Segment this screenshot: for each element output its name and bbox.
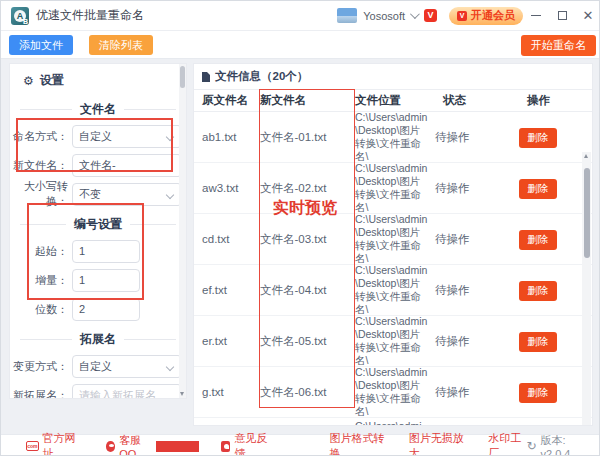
table-scroll-up-icon[interactable] bbox=[584, 154, 588, 158]
increment-label: 增量： bbox=[10, 273, 68, 288]
clear-list-button[interactable]: 清除列表 bbox=[89, 35, 153, 55]
status-text: 待操作 bbox=[435, 385, 519, 400]
delete-button[interactable]: 删除 bbox=[519, 230, 557, 250]
table-scrollbar[interactable] bbox=[582, 152, 591, 426]
new-name: 文件名-03.txt bbox=[260, 232, 355, 247]
new-name: 文件名-06.txt bbox=[260, 385, 355, 400]
original-name: cd.txt bbox=[202, 233, 260, 245]
maximize-icon bbox=[558, 11, 567, 20]
change-mode-label: 变更方式： bbox=[10, 359, 68, 374]
file-location: C:\Users\admin\Desktop\图片转换\文件重命名\ bbox=[355, 111, 435, 163]
numbering-section-title: 编号设置 bbox=[20, 216, 176, 233]
col-status: 状态 bbox=[443, 93, 527, 108]
tool-image-format-convert[interactable]: 图片格式转换 bbox=[330, 431, 387, 456]
digits-label: 位数： bbox=[10, 302, 68, 317]
start-number-label: 起始： bbox=[10, 244, 68, 259]
start-number-input[interactable] bbox=[79, 245, 133, 257]
new-filename-input[interactable] bbox=[79, 159, 175, 171]
delete-button[interactable]: 删除 bbox=[519, 332, 557, 352]
chevron-down-icon bbox=[166, 132, 174, 140]
col-new-name: 新文件名 bbox=[260, 93, 355, 108]
table-header-row: 原文件名 新文件名 文件位置 状态 操作 bbox=[194, 90, 592, 112]
file-location: C:\Users\admin\Desktop\图片转换\文件重命名\ bbox=[355, 366, 435, 418]
digits-input[interactable] bbox=[79, 303, 133, 315]
app-logo-icon: A B bbox=[11, 7, 29, 25]
new-filename-label: 新文件名： bbox=[10, 158, 68, 173]
feedback-link[interactable]: 意见反馈 bbox=[221, 431, 274, 456]
minimize-button[interactable] bbox=[523, 5, 549, 27]
settings-sidebar: ⚙ 设置 文件名 命名方式： 自定义 新文件名： 大小写转换： 不变 编号设置 bbox=[9, 63, 187, 399]
service-qq-link[interactable]: 客服QQ bbox=[106, 433, 199, 456]
official-site-label: 官方网址 bbox=[43, 431, 82, 456]
delete-button[interactable]: 删除 bbox=[519, 281, 557, 301]
table-scrollbar-thumb[interactable] bbox=[584, 168, 590, 258]
qq-icon bbox=[106, 441, 116, 452]
refresh-icon[interactable]: ↻ bbox=[526, 439, 536, 453]
naming-mode-label: 命名方式： bbox=[10, 129, 68, 144]
file-location: C:\Users\admin\Desktop\图片转换\文件重命名\ bbox=[355, 264, 435, 316]
app-window: A B 优速文件批量重命名 Yososoft V V 开通会员 ✕ 添加文件 清… bbox=[0, 0, 600, 456]
file-info-panel: 文件信息（20个） 原文件名 新文件名 文件位置 状态 操作 ab1.txt 文… bbox=[193, 63, 593, 426]
delete-button[interactable]: 删除 bbox=[519, 128, 557, 148]
toolbar: 添加文件 清除列表 开始重命名 bbox=[1, 31, 600, 59]
delete-button[interactable]: 删除 bbox=[519, 179, 557, 199]
sidebar-scrollbar[interactable] bbox=[179, 64, 186, 398]
maximize-button[interactable] bbox=[549, 5, 575, 27]
vip-badge-icon: V bbox=[424, 9, 437, 22]
delete-button[interactable]: 删除 bbox=[519, 383, 557, 403]
new-name: 文件名-05.txt bbox=[260, 334, 355, 349]
col-action: 操作 bbox=[527, 93, 582, 108]
chevron-down-icon bbox=[166, 362, 174, 370]
chevron-down-icon bbox=[166, 190, 174, 198]
status-text: 待操作 bbox=[435, 130, 519, 145]
naming-mode-select[interactable]: 自定义 bbox=[72, 125, 182, 148]
status-text: 待操作 bbox=[435, 283, 519, 298]
qq-number-redacted bbox=[156, 441, 199, 452]
status-text: 待操作 bbox=[435, 232, 519, 247]
col-original-name: 原文件名 bbox=[202, 93, 260, 108]
close-icon: ✕ bbox=[583, 9, 594, 22]
original-name: ef.txt bbox=[202, 284, 260, 296]
sidebar-scroll-down-icon[interactable] bbox=[180, 392, 184, 396]
tool-watermark-factory[interactable]: 水印工厂 bbox=[488, 431, 526, 456]
new-name: 文件名-04.txt bbox=[260, 283, 355, 298]
file-info-icon bbox=[202, 72, 210, 82]
account-name[interactable]: Yososoft bbox=[363, 10, 405, 22]
file-location: C:\Users\admin\Desktop\图片转换\文件重命名\ bbox=[355, 162, 435, 214]
version-text: 版本: v2.0.4 bbox=[541, 433, 592, 456]
official-site-link[interactable]: com 官方网址 bbox=[26, 431, 82, 456]
close-button[interactable]: ✕ bbox=[575, 5, 600, 27]
tool-image-lossless-enlarge[interactable]: 图片无损放大 bbox=[409, 431, 466, 456]
increment-input[interactable] bbox=[79, 274, 133, 286]
new-extension-label: 新拓展名： bbox=[10, 388, 68, 400]
vip-mini-icon: V bbox=[457, 11, 467, 21]
website-icon: com bbox=[26, 441, 39, 451]
change-mode-select[interactable]: 自定义 bbox=[72, 355, 182, 378]
table-row: g.txt 文件名-06.txt C:\Users\admin\Desktop\… bbox=[194, 367, 592, 418]
feedback-icon bbox=[221, 441, 231, 452]
service-qq-label: 客服QQ bbox=[119, 433, 154, 456]
case-convert-select[interactable]: 不变 bbox=[72, 183, 182, 206]
file-location: C:\Users\admin\Desktop\图片转换\文件重命名\ bbox=[355, 213, 435, 265]
start-rename-button[interactable]: 开始重命名 bbox=[521, 35, 596, 56]
file-location: C:\Users\admin\Desktop\图片转换\文件重命名\ bbox=[355, 315, 435, 367]
new-name: 文件名-02.txt bbox=[260, 181, 355, 196]
new-extension-input[interactable] bbox=[79, 389, 175, 399]
user-avatar[interactable] bbox=[337, 8, 357, 23]
sidebar-scrollbar-thumb[interactable] bbox=[180, 66, 185, 88]
table-row: ef.txt 文件名-04.txt C:\Users\admin\Desktop… bbox=[194, 265, 592, 316]
case-convert-label: 大小写转换： bbox=[10, 179, 68, 209]
add-files-button[interactable]: 添加文件 bbox=[9, 35, 73, 55]
open-vip-button[interactable]: V 开通会员 bbox=[449, 7, 523, 25]
app-logo-sub: B bbox=[23, 18, 28, 25]
table-row: ab1.txt 文件名-01.txt C:\Users\admin\Deskto… bbox=[194, 112, 592, 163]
feedback-label: 意见反馈 bbox=[234, 431, 273, 456]
extension-section-title: 拓展名 bbox=[20, 331, 176, 348]
status-text: 待操作 bbox=[435, 181, 519, 196]
chevron-down-icon[interactable] bbox=[410, 9, 420, 19]
minimize-icon bbox=[531, 15, 541, 16]
table-row: aw3.txt 文件名-02.txt C:\Users\admin\Deskto… bbox=[194, 163, 592, 214]
file-info-header: 文件信息（20个） bbox=[215, 69, 308, 84]
file-location: C:\Users\admi bbox=[355, 418, 435, 426]
filename-section-title: 文件名 bbox=[20, 101, 176, 118]
